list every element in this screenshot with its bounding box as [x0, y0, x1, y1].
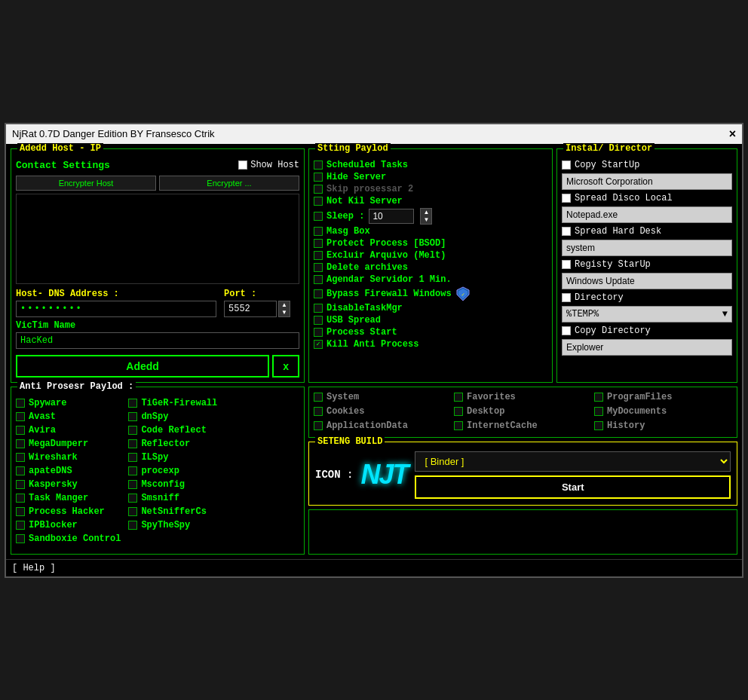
avast-checkbox[interactable] [16, 412, 25, 421]
port-input[interactable] [224, 301, 277, 317]
tiger-firewall-checkbox[interactable] [128, 399, 137, 408]
ipblocker-checkbox[interactable] [16, 521, 25, 530]
usb-spread-checkbox[interactable] [314, 316, 323, 325]
registry-label: Registy StarUp [575, 259, 651, 270]
applicationdata-checkbox[interactable] [314, 421, 323, 430]
victim-label: VicTim Name [16, 320, 299, 331]
sleep-input[interactable] [369, 209, 414, 224]
ms-corp-input[interactable] [562, 173, 732, 190]
spread-disco-checkbox[interactable] [562, 194, 571, 203]
procexp-checkbox[interactable] [128, 466, 137, 475]
skip-prosessar-checkbox[interactable] [314, 185, 323, 194]
history-checkbox[interactable] [594, 421, 603, 430]
start-button[interactable]: Start [415, 475, 731, 499]
spread-hard-checkbox[interactable] [562, 227, 571, 236]
process-hacker-checkbox[interactable] [16, 507, 25, 516]
checkbox-delete-archives: Delete archives [314, 262, 547, 273]
registry-row: Registy StarUp [562, 259, 732, 270]
spyware-checkbox[interactable] [16, 399, 25, 408]
dns-input[interactable] [16, 301, 216, 317]
agendar-servidor-checkbox[interactable] [314, 275, 323, 284]
anti-prosesr-title: Anti Prosesr Paylod : [17, 381, 136, 392]
system-checkbox[interactable] [314, 393, 323, 402]
scheduled-tasks-checkbox[interactable] [314, 160, 323, 170]
protect-process-checkbox[interactable] [314, 239, 323, 248]
output-area [308, 509, 737, 555]
temp-dropdown[interactable]: %TEMP% ▼ [562, 306, 732, 322]
kill-anti-process-checkbox[interactable] [314, 340, 323, 349]
hide-server-checkbox[interactable] [314, 173, 323, 182]
dns-section: Host- DNS Address : [16, 289, 216, 317]
cb-mydocuments: MyDocuments [594, 406, 732, 417]
main-content: Adedd Host - IP Contact Settings Show Ho… [6, 144, 742, 559]
ilspy-checkbox[interactable] [128, 453, 137, 462]
copy-dir-checkbox[interactable] [562, 326, 571, 335]
code-reflect-checkbox[interactable] [128, 426, 137, 435]
copy-startup-checkbox[interactable] [562, 160, 571, 170]
spread-disco-row: Spread Disco Local [562, 193, 732, 203]
anti-ilspy: ILSpy [128, 452, 217, 463]
checkbox-hide-server: Hide Server [314, 172, 547, 182]
favorites-checkbox[interactable] [454, 393, 463, 402]
kaspersky-checkbox[interactable] [16, 480, 25, 489]
programfiles-checkbox[interactable] [594, 393, 603, 402]
port-input-row: ▲ ▼ [224, 301, 299, 317]
avira-checkbox[interactable] [16, 426, 25, 435]
excluir-arquivo-checkbox[interactable] [314, 251, 323, 260]
help-link[interactable]: [ Help ] [12, 563, 56, 573]
anti-msconfig: Msconfig [128, 479, 217, 490]
msconfig-checkbox[interactable] [128, 480, 137, 489]
spytheSpy-checkbox[interactable] [128, 521, 137, 530]
cookies-checkbox[interactable] [314, 407, 323, 416]
cb-system: System [314, 392, 452, 402]
megadumperr-checkbox[interactable] [16, 439, 25, 448]
port-down-button[interactable]: ▼ [279, 309, 290, 316]
masg-box-checkbox[interactable] [314, 227, 323, 236]
system-input[interactable] [562, 240, 732, 256]
disable-taskmgr-checkbox[interactable] [314, 304, 323, 313]
binder-section: [ Binder ] Start [415, 451, 731, 499]
netsniffercs-checkbox[interactable] [128, 507, 137, 516]
reflector-checkbox[interactable] [128, 439, 137, 448]
anti-spyware: Spyware [16, 398, 121, 408]
directory-checkbox[interactable] [562, 293, 571, 302]
anti-wireshark: Wireshark [16, 452, 121, 463]
registry-checkbox[interactable] [562, 260, 571, 269]
apateDNS-checkbox[interactable] [16, 466, 25, 475]
windows-update-input[interactable] [562, 273, 732, 289]
x-button[interactable]: x [272, 355, 299, 378]
copy-dir-row: Copy Directory [562, 326, 732, 336]
task-manger-checkbox[interactable] [16, 494, 25, 503]
encrypter-button[interactable]: Encrypter ... [159, 176, 299, 191]
checkbox-excluir-arquivo: Excluir Arquivo (Melt) [314, 250, 547, 261]
bypass-firewall-checkbox[interactable] [314, 289, 323, 298]
sleep-down-button[interactable]: ▼ [421, 216, 431, 224]
wireshark-checkbox[interactable] [16, 453, 25, 462]
anti-megadumperr: MegaDumperr [16, 439, 121, 449]
cb-internetcache: InternetCache [454, 420, 592, 431]
delete-archives-checkbox[interactable] [314, 263, 323, 272]
anti-spytheSpy: SpyTheSpy [128, 520, 217, 530]
sleep-checkbox[interactable] [314, 212, 323, 221]
dnspy-checkbox[interactable] [128, 412, 137, 421]
dns-label: Host- DNS Address : [16, 289, 216, 299]
not-kil-server-checkbox[interactable] [314, 197, 323, 206]
sandboxie-checkbox[interactable] [16, 534, 25, 543]
process-start-checkbox[interactable] [314, 328, 323, 337]
encrypter-host-button[interactable]: Encrypter Host [16, 176, 156, 191]
show-host-checkbox[interactable] [238, 160, 247, 170]
desktop-checkbox[interactable] [454, 407, 463, 416]
smsniff-checkbox[interactable] [128, 494, 137, 503]
notepad-input[interactable] [562, 206, 732, 223]
close-button[interactable]: × [729, 127, 736, 141]
port-up-button[interactable]: ▲ [279, 301, 290, 309]
binder-select[interactable]: [ Binder ] [415, 451, 731, 472]
explorer-input[interactable] [562, 339, 732, 356]
adedd-button[interactable]: Adedd [16, 355, 269, 378]
sleep-up-button[interactable]: ▲ [421, 209, 431, 216]
copy-startup-row: Copy StartUp [562, 160, 732, 170]
victim-input[interactable] [16, 332, 299, 349]
anti-smsniff: Smsniff [128, 493, 217, 503]
mydocuments-checkbox[interactable] [594, 407, 603, 416]
internetcache-checkbox[interactable] [454, 421, 463, 430]
